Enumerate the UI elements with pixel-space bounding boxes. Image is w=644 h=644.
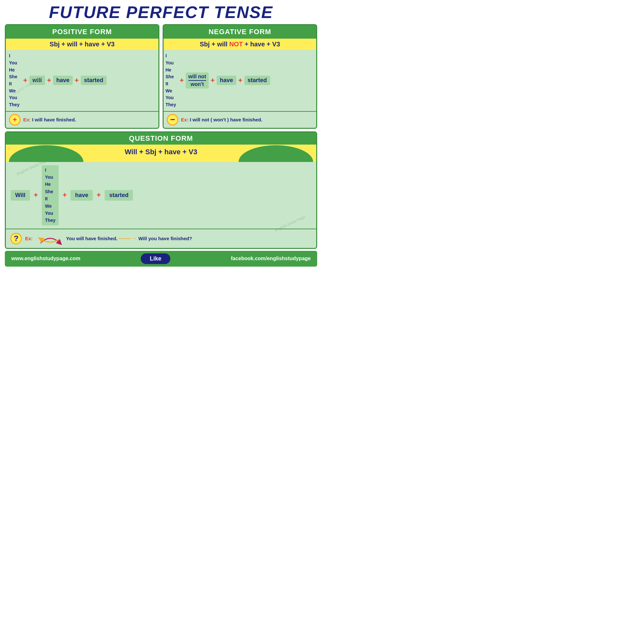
negative-form-box: NEGATIVE FORM Sbj + will NOT + have + V3… [163, 24, 317, 129]
negative-formula-not: NOT [229, 41, 243, 48]
positive-formula-text: Sbj + will + have + V3 [50, 41, 115, 48]
positive-example: I will have finished. [32, 117, 76, 122]
main-title: FUTURE PERFECT TENSE [5, 3, 317, 22]
footer-left: www.englishstudypage.com [11, 256, 81, 261]
positive-plus3: + [74, 76, 80, 85]
question-formula-bar: Will + Sbj + have + V3 [6, 145, 316, 162]
negative-have: have [217, 76, 236, 85]
negative-example-bar: − Ex: I will not ( won't ) have finished… [164, 111, 316, 128]
positive-header-text: POSITIVE FORM [52, 28, 112, 36]
positive-form-content: English Study Page IYouHeSheItWeYouThey … [6, 50, 158, 111]
positive-formula-bar: Sbj + will + have + V3 [6, 39, 158, 50]
negative-formula-end: + have + V3 [243, 41, 280, 48]
negative-example-text: Ex: I will not ( won't ) have finished. [181, 117, 262, 122]
question-plus2: + [62, 191, 67, 199]
like-button[interactable]: Like [141, 253, 170, 264]
negative-example: I will not ( won't ) have finished. [190, 117, 262, 122]
negative-formula-text: Sbj + will NOT + have + V3 [200, 41, 280, 48]
question-started: started [105, 190, 133, 201]
negative-plus2: + [210, 76, 215, 85]
positive-example-text: Ex: I will have finished. [23, 117, 76, 122]
question-circle: ? [10, 233, 22, 244]
question-pronouns: IYouHeSheItWeYouThey [42, 165, 59, 225]
footer-right: facebook.com/englishstudypage [231, 256, 311, 261]
question-have: have [71, 190, 93, 201]
negative-form-content: IYouHeSheItWeYouThey + will not won't + … [164, 50, 316, 111]
question-form-box: QUESTION FORM Will + Sbj + have + V3 Eng… [5, 131, 317, 249]
question-form-header: QUESTION FORM [6, 132, 316, 145]
question-will: Will [11, 190, 30, 201]
negative-circle: − [167, 114, 178, 126]
negative-header-text: NEGATIVE FORM [209, 28, 271, 36]
positive-will: will [29, 76, 45, 85]
footer-bar: www.englishstudypage.com Like facebook.c… [5, 251, 317, 267]
positive-plus2: + [46, 76, 52, 85]
positive-example-bar: + Ex: I will have finished. [6, 111, 158, 128]
positive-started: started [81, 76, 107, 85]
negative-plus1: + [179, 76, 185, 85]
negative-pronouns: IYouHeSheItWeYouThey [166, 52, 178, 109]
page: FUTURE PERFECT TENSE POSITIVE FORM Sbj +… [0, 0, 322, 322]
negative-ex-label: Ex: [181, 117, 188, 122]
positive-plus1: + [23, 76, 28, 85]
question-example-rest: have finished. [85, 236, 118, 241]
negative-started: started [244, 76, 270, 85]
arrow-decoration [36, 232, 65, 245]
negative-plus3: + [238, 76, 243, 85]
negative-willnot-cell: will not won't [186, 72, 209, 89]
question-plus3: + [96, 191, 101, 199]
question-example-you: You [66, 236, 75, 241]
negative-will-not: will not [188, 74, 206, 81]
positive-form-header: POSITIVE FORM [6, 25, 158, 39]
positive-form-box: POSITIVE FORM Sbj + will + have + V3 Eng… [5, 24, 159, 129]
positive-ex-label: Ex: [23, 117, 31, 122]
question-ex-label: Ex: [25, 236, 33, 241]
question-plus1: + [33, 191, 39, 199]
question-example-area: You will have finished. ——→ Will you hav… [36, 232, 192, 245]
negative-wont: won't [191, 81, 204, 87]
question-content: English Study Page Will + IYouHeSheItWeY… [6, 162, 316, 229]
question-formula-text: Will + Sbj + have + V3 [9, 146, 313, 158]
question-answer: Will you have finished? [138, 236, 192, 241]
question-example-will: will [76, 236, 84, 241]
positive-circle: + [9, 114, 21, 126]
positive-have: have [53, 76, 73, 85]
question-ex-label-text: Ex: [25, 236, 33, 241]
negative-formula-start: Sbj + will [200, 41, 229, 48]
question-header-text: QUESTION FORM [129, 134, 193, 142]
positive-pronouns: IYouHeSheItWeYouThey [9, 52, 21, 109]
forms-row: POSITIVE FORM Sbj + will + have + V3 Eng… [5, 24, 317, 129]
dashed-arrow: ——→ [119, 235, 137, 242]
question-example-bar: ? Ex: [6, 229, 316, 248]
swap-arrows [36, 232, 65, 245]
negative-form-header: NEGATIVE FORM [164, 25, 316, 39]
negative-formula-bar: Sbj + will NOT + have + V3 [164, 39, 316, 50]
